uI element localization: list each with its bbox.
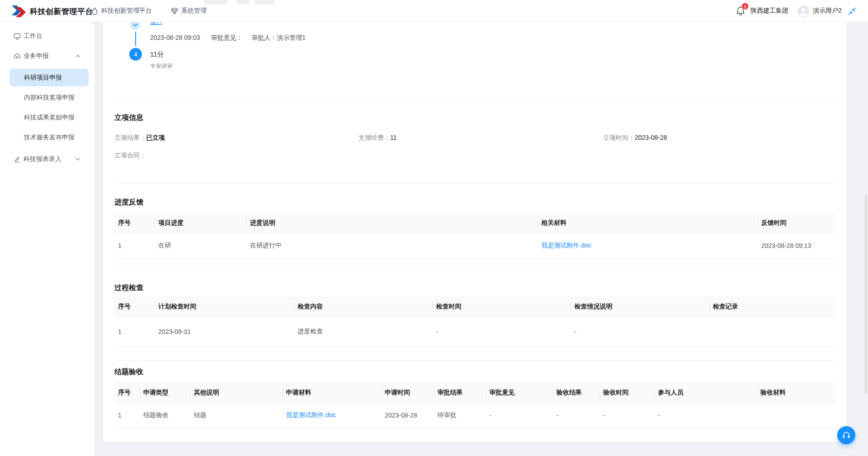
- section-title-conclusion-acceptance: 结题验收: [114, 367, 143, 377]
- sidebar-item-tech-service-publish[interactable]: 技术服务发布申报: [0, 128, 95, 147]
- column-header: 进度说明: [246, 213, 538, 233]
- column-header: 申请时间: [381, 382, 434, 403]
- progress-feedback-table: 序号项目进度进度说明相关材料反馈时间1在研在研进行中我是测试附件.doc2023…: [114, 213, 835, 258]
- top-nav-system[interactable]: 系统管理: [171, 0, 207, 22]
- scrollbar-thumb[interactable]: [865, 195, 867, 394]
- attachment-link[interactable]: 我是测试附件.doc: [286, 411, 336, 418]
- table-cell: -: [486, 403, 552, 428]
- field-value: 2023-08-28: [635, 134, 667, 141]
- section-title-approval-info: 立项信息: [114, 113, 143, 123]
- field-support-fund: 支撑经费：11: [359, 134, 397, 142]
- field-approval-result: 立项结果：已立项: [114, 134, 165, 142]
- top-nav-platform[interactable]: 科技创新管理平台: [91, 0, 152, 22]
- pen-icon: [14, 156, 21, 163]
- sidebar-item-achievement-award-declare[interactable]: 科技成果奖励申报: [0, 109, 95, 127]
- field-approval-date: 立项时间：2023-08-28: [603, 134, 667, 142]
- chevron-down-icon: [75, 157, 80, 162]
- sidebar-item-workbench[interactable]: 工作台: [0, 27, 95, 45]
- section-title-process-check: 过程检查: [114, 283, 143, 293]
- column-header: 申请类型: [140, 382, 190, 403]
- table-cell: 结题验收: [140, 403, 190, 428]
- table-cell: 待审批: [434, 403, 486, 428]
- table-cell: 1: [114, 233, 155, 258]
- table-cell: 我是测试附件.doc: [283, 403, 382, 428]
- gem-icon: [171, 8, 178, 14]
- table-cell: -: [599, 403, 654, 428]
- column-header: 审批结果: [434, 382, 486, 403]
- column-header: 相关材料: [538, 213, 757, 233]
- user-icon: [797, 5, 809, 17]
- approval-opinion-label: 审批意见：: [211, 34, 242, 41]
- faded-tab: [236, 0, 249, 5]
- cloud-upload-icon: [14, 52, 21, 60]
- user-avatar[interactable]: [797, 5, 809, 17]
- divider: [114, 99, 835, 99]
- column-header: 检查记录: [709, 296, 835, 317]
- sidebar-item-label: 科研项目申报: [24, 74, 62, 82]
- table-cell: 在研进行中: [246, 233, 538, 258]
- field-label: 立项时间：: [603, 134, 635, 141]
- customer-service-button[interactable]: [837, 426, 855, 444]
- faded-tab: [203, 0, 228, 5]
- column-header: 验收材料: [757, 382, 835, 403]
- divider: [114, 360, 835, 361]
- username[interactable]: 演示用户2: [813, 0, 842, 22]
- sidebar-item-research-project-declare[interactable]: 科研项目申报: [0, 69, 95, 86]
- column-header: 其他说明: [190, 382, 282, 403]
- table-cell: 1: [114, 403, 140, 428]
- sidebar-item-label: 科技报表录入: [24, 155, 61, 163]
- table-cell: [709, 317, 835, 346]
- sidebar-item-label: 内部科技奖项申报: [24, 94, 75, 102]
- table-cell: 进度检查: [294, 317, 432, 346]
- column-header: 检查时间: [432, 296, 571, 317]
- timeline-step-number: 4: [129, 48, 142, 61]
- data-table: 序号计划检查时间检查内容检查时间检查情况说明检查记录12023-08-31进度检…: [114, 296, 835, 347]
- field-approval-contract: 立项合同：: [114, 152, 146, 160]
- table-cell: 在研: [155, 233, 246, 258]
- column-header: 序号: [114, 296, 155, 317]
- column-header: 序号: [114, 213, 155, 233]
- sidebar-item-business-declare[interactable]: 业务申报: [0, 47, 95, 65]
- top-nav-label: 系统管理: [181, 7, 207, 15]
- exit-fullscreen-icon[interactable]: [848, 7, 856, 15]
- approval-approver: 审批人：演示管理1: [251, 34, 306, 41]
- sidebar-item-label: 科技成果奖励申报: [24, 114, 75, 122]
- column-header: 项目进度: [155, 213, 246, 233]
- app-header: 科技创新管理平台 科技创新管理平台 系统管理 8 陕西建工集团 演示用户2: [0, 0, 868, 22]
- column-header: 反馈时间: [758, 213, 835, 233]
- table-cell: [757, 403, 835, 428]
- field-label: 立项结果：: [114, 134, 146, 141]
- sidebar-item-internal-award-declare[interactable]: 内部科技奖项申报: [0, 89, 95, 107]
- column-header: 序号: [114, 382, 140, 403]
- timeline-step-title: 11分: [150, 50, 164, 59]
- table-row: 1在研在研进行中我是测试附件.doc2023-08-28 09:13: [114, 233, 835, 258]
- table-cell: -: [553, 403, 600, 428]
- column-header: 验收结果: [553, 382, 600, 403]
- chevron-down-icon: [133, 23, 138, 28]
- attachment-link[interactable]: 我是测试附件.doc: [541, 242, 591, 249]
- data-table: 序号项目进度进度说明相关材料反馈时间1在研在研进行中我是测试附件.doc2023…: [114, 213, 835, 258]
- column-header: 计划检查时间: [155, 296, 294, 317]
- company-name[interactable]: 陕西建工集团: [750, 0, 788, 22]
- table-cell: 我是测试附件.doc: [538, 233, 757, 258]
- chevron-up-icon: [75, 53, 80, 59]
- headset-icon: [842, 431, 851, 440]
- field-value: 已立项: [146, 134, 165, 141]
- column-header: 审批意见: [486, 382, 552, 403]
- column-header: 申请材料: [283, 382, 382, 403]
- sidebar-item-report-entry[interactable]: 科技报表录入: [0, 150, 95, 168]
- faded-tab: [254, 0, 275, 5]
- notification-bell[interactable]: 8: [736, 0, 747, 22]
- divider: [114, 270, 835, 270]
- column-header: 检查内容: [294, 296, 432, 317]
- sidebar-item-label: 业务申报: [24, 52, 49, 60]
- table-cell: -: [432, 317, 571, 346]
- table-row: 1结题验收结题我是测试附件.doc2023-08-28待审批----: [114, 403, 835, 428]
- table-cell: 结题: [190, 403, 282, 428]
- approval-meta: 2023-08-28 09:03 审批意见： 审批人：演示管理1: [150, 34, 306, 42]
- notification-badge: 8: [741, 3, 749, 10]
- conclusion-acceptance-table: 序号申请类型其他说明申请材料申请时间审批结果审批意见验收结果验收时间参与人员验收…: [114, 382, 835, 428]
- table-cell: -: [655, 403, 757, 428]
- app-logo-icon: [11, 5, 27, 18]
- table-cell: 2023-08-31: [155, 317, 294, 346]
